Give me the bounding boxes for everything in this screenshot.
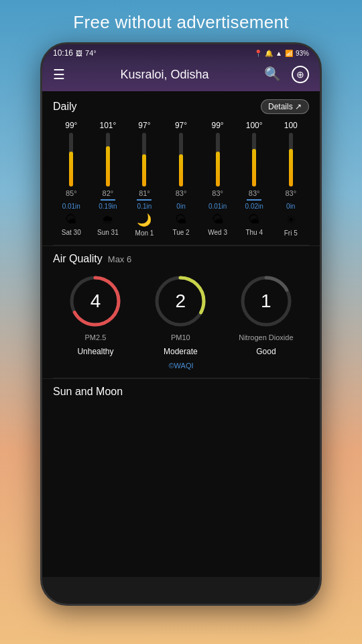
sun-moon-title: Sun and Moon — [53, 386, 123, 397]
aq-status-label: Unhealthy — [77, 347, 113, 356]
temp-bar — [216, 133, 220, 186]
temp-low: 82° — [103, 189, 114, 197]
image-icon: 🖼 — [76, 50, 82, 57]
temp-low: 83° — [176, 189, 187, 197]
volume-icon: 🔔 — [265, 50, 273, 57]
signal-icon: 📶 — [285, 50, 293, 57]
day-column: 100°83°0.02in🌤Thu 4 — [236, 121, 273, 237]
temp-underline — [247, 199, 261, 201]
status-time: 10:16 — [53, 48, 73, 58]
nav-bar: ☰ Kusraloi, Odisha 🔍 ⊕ — [42, 60, 320, 91]
aq-circles-container: 4 PM2.5 Unhealthy 2 PM10 Moderate 1 Nitr… — [53, 274, 309, 356]
day-label: Fri 5 — [284, 229, 298, 237]
temp-low: 83° — [285, 189, 296, 197]
aq-circle-container: 2 — [154, 274, 207, 328]
temp-bar — [106, 133, 110, 186]
aq-status-label: Moderate — [164, 347, 198, 356]
aq-value: 2 — [176, 290, 186, 312]
aq-value: 4 — [90, 290, 101, 312]
daily-section: Daily Details ↗ 99°85°0.01in🌤Sat 30101°8… — [42, 91, 320, 245]
temp-low: 83° — [212, 189, 223, 197]
temp-high: 100 — [284, 121, 298, 130]
aq-item: 4 PM2.5 Unhealthy — [68, 274, 122, 356]
temp-low: 83° — [249, 189, 260, 197]
aq-value: 1 — [261, 290, 272, 312]
status-bar: 10:16 🖼 74° 📍 🔔 ▲ 📶 93% — [42, 44, 320, 60]
day-label: Tue 2 — [172, 229, 189, 236]
aq-pollutant-label: Nitrogen Dioxide — [239, 333, 293, 341]
phone-content: Daily Details ↗ 99°85°0.01in🌤Sat 30101°8… — [42, 91, 320, 577]
temp-underline — [101, 199, 115, 201]
precipitation: 0in — [176, 203, 185, 210]
aq-pollutant-label: PM2.5 — [85, 333, 107, 341]
temp-underline — [137, 199, 152, 201]
temp-high: 97° — [138, 121, 150, 130]
weather-icon-partly-cloudy: 🌤 — [175, 213, 187, 227]
day-column: 97°81°0.1in🌙Mon 1 — [126, 121, 163, 237]
day-column: 10083°0in☀Fri 5 — [272, 121, 309, 237]
weather-icon-partly-cloudy: 🌤 — [212, 213, 224, 227]
temp-bar — [289, 133, 293, 186]
precipitation: 0.02in — [245, 203, 263, 210]
day-column: 101°82°0.19in🌧Sun 31 — [90, 121, 127, 237]
precipitation: 0.1in — [137, 203, 152, 210]
sun-moon-section: Sun and Moon — [42, 378, 320, 405]
precipitation: 0.19in — [99, 203, 117, 210]
wifi-icon: ▲ — [276, 50, 282, 57]
temp-high: 99° — [65, 121, 77, 130]
aq-status-label: Good — [256, 347, 276, 356]
aq-item: 1 Nitrogen Dioxide Good — [239, 274, 293, 356]
temp-bar — [142, 133, 146, 186]
temp-bar — [69, 133, 73, 186]
day-column: 99°83°0.01in🌤Wed 3 — [199, 121, 236, 237]
aq-circle-container: 1 — [239, 274, 293, 328]
status-temp: 74° — [85, 49, 97, 57]
daily-title: Daily — [53, 101, 77, 113]
weather-icon-partly-cloudy: 🌤 — [248, 213, 260, 227]
temp-bar — [179, 133, 183, 186]
phone-container: 10:16 🖼 74° 📍 🔔 ▲ 📶 93% ☰ Kusraloi, Odis… — [40, 42, 322, 606]
precipitation: 0in — [286, 203, 295, 210]
weather-icon-partly-cloudy: 🌤 — [65, 213, 77, 227]
day-label: Wed 3 — [208, 229, 227, 236]
aq-item: 2 PM10 Moderate — [154, 274, 207, 356]
precipitation: 0.01in — [62, 203, 80, 210]
search-icon[interactable]: 🔍 — [264, 66, 281, 83]
battery-status: 93% — [296, 50, 309, 57]
day-column: 99°85°0.01in🌤Sat 30 — [53, 121, 90, 237]
phone-notch-area: 10:16 🖼 74° 📍 🔔 ▲ 📶 93% ☰ Kusraloi, Odis… — [42, 44, 320, 91]
promo-banner: Free without advertisement — [0, 0, 362, 42]
aq-circle-container: 4 — [68, 274, 122, 328]
aq-title: Air Quality — [53, 253, 103, 265]
details-button[interactable]: Details ↗ — [261, 99, 309, 114]
aq-pollutant-label: PM10 — [171, 333, 190, 341]
daily-forecast: 99°85°0.01in🌤Sat 30101°82°0.19in🌧Sun 319… — [53, 121, 309, 237]
temp-bar — [252, 133, 256, 186]
day-label: Sat 30 — [62, 229, 81, 236]
hamburger-menu-icon[interactable]: ☰ — [53, 66, 65, 83]
city-title: Kusraloi, Odisha — [120, 68, 208, 82]
temp-low: 81° — [139, 189, 150, 197]
temp-high: 97° — [175, 121, 187, 130]
location-target-icon[interactable]: ⊕ — [292, 66, 309, 83]
day-column: 97°83°0in🌤Tue 2 — [163, 121, 200, 237]
waqi-credit[interactable]: ©WAQI — [53, 362, 309, 370]
day-label: Thu 4 — [245, 229, 263, 236]
temp-high: 101° — [99, 121, 116, 130]
location-pin-icon: 📍 — [254, 50, 262, 57]
weather-icon-night: 🌙 — [137, 213, 152, 227]
weather-icon-rainy: 🌧 — [102, 213, 114, 227]
day-label: Sun 31 — [97, 229, 119, 236]
day-label: Mon 1 — [135, 229, 154, 237]
weather-icon-sunny: ☀ — [286, 213, 296, 227]
temp-high: 99° — [212, 121, 224, 130]
precipitation: 0.01in — [208, 203, 227, 210]
temp-high: 100° — [246, 121, 263, 130]
air-quality-section: Air Quality Max 6 4 PM2.5 Unhealthy 2 PM… — [42, 246, 320, 378]
temp-low: 85° — [66, 189, 77, 197]
aq-max-label: Max 6 — [108, 254, 131, 264]
